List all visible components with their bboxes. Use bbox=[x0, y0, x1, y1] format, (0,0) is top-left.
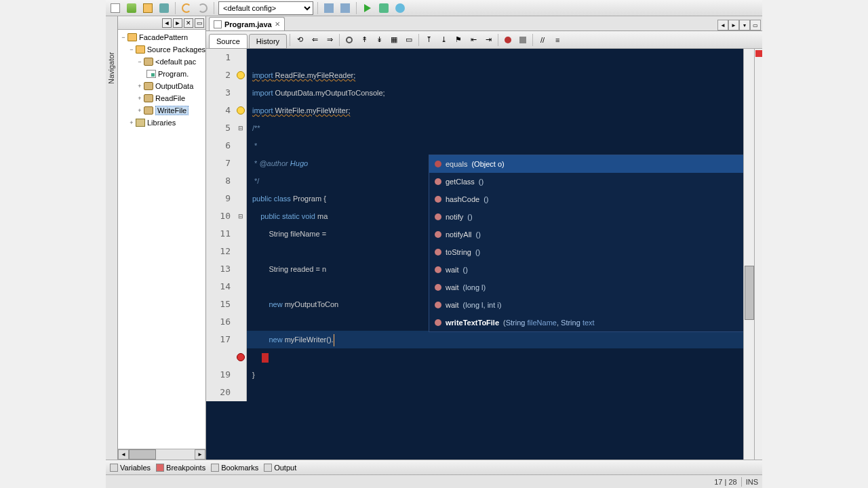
tree-scroll-left-icon[interactable]: ◄ bbox=[162, 18, 172, 28]
autocomplete-item[interactable]: hashCode() bbox=[429, 190, 743, 208]
autocomplete-item[interactable]: getClass() bbox=[429, 173, 743, 190]
new-file-button[interactable] bbox=[108, 1, 122, 15]
autocomplete-item[interactable]: notifyAll() bbox=[429, 226, 743, 243]
editor-sub-toolbar: Source History ⟲ ⇐ ⇒ ↟ ↡ ▦ ▭ ⤒ ⤓ ⚑ ⇤ ⇥ bbox=[206, 31, 762, 49]
tab-maximize-icon[interactable]: ▭ bbox=[750, 20, 761, 30]
main-toolbar: <default config> bbox=[106, 0, 762, 16]
method-bullet-icon bbox=[435, 319, 441, 326]
error-indicator-icon[interactable] bbox=[755, 50, 762, 57]
folder-icon bbox=[136, 45, 145, 54]
package-icon bbox=[144, 58, 153, 66]
autocomplete-item[interactable]: writeTextToFile(String fileName, String … bbox=[429, 314, 743, 331]
tree-default-package[interactable]: −<default pac bbox=[119, 56, 205, 68]
macro-record-button[interactable] bbox=[501, 33, 515, 47]
panel-breakpoints[interactable]: Breakpoints bbox=[156, 464, 205, 472]
variables-icon bbox=[110, 464, 118, 472]
project-tree-panel: ◄ ► ✕ ▭ −FacadePattern −Source Packages … bbox=[118, 16, 206, 460]
autocomplete-item[interactable]: wait() bbox=[429, 261, 743, 279]
bottom-panel-bar: Variables Breakpoints Bookmarks Output bbox=[106, 460, 762, 474]
run-button[interactable] bbox=[361, 1, 374, 15]
navigator-collapsed-tab[interactable]: Navigator bbox=[106, 16, 118, 460]
panel-bookmarks[interactable]: Bookmarks bbox=[211, 464, 258, 472]
method-bullet-icon bbox=[435, 178, 441, 185]
autocomplete-item[interactable]: wait(long l) bbox=[429, 279, 743, 296]
save-all-button[interactable] bbox=[157, 1, 171, 15]
code-editor[interactable]: 1 2import ReadFile.myFileReader; 3import… bbox=[206, 49, 743, 460]
package-icon bbox=[144, 106, 153, 115]
error-stripe[interactable] bbox=[754, 49, 762, 460]
tree-libraries[interactable]: +Libraries bbox=[119, 117, 205, 129]
view-source-tab[interactable]: Source bbox=[209, 34, 248, 49]
tree-readfile-package[interactable]: +ReadFile bbox=[119, 92, 205, 104]
debug-button[interactable] bbox=[377, 1, 391, 15]
tab-nav-left-icon[interactable]: ◄ bbox=[717, 20, 728, 30]
tree-program-file[interactable]: Program. bbox=[119, 68, 205, 80]
tree-outputdata-package[interactable]: +OutputData bbox=[119, 80, 205, 92]
build-button[interactable] bbox=[322, 1, 336, 15]
autocomplete-item[interactable]: notify() bbox=[429, 208, 743, 226]
method-bullet-icon bbox=[435, 249, 441, 256]
tree-min-icon[interactable]: ▭ bbox=[195, 18, 204, 28]
forward-button[interactable]: ⇒ bbox=[323, 33, 336, 47]
next-bookmark-button[interactable]: ⤓ bbox=[437, 33, 450, 47]
scroll-left-icon[interactable]: ◄ bbox=[118, 449, 129, 460]
method-bullet-icon bbox=[435, 214, 441, 220]
tree-hscroll[interactable]: ◄ ► bbox=[118, 449, 205, 460]
editor-tab-program[interactable]: Program.java ✕ bbox=[209, 17, 285, 30]
open-button[interactable] bbox=[141, 1, 155, 15]
method-bullet-icon bbox=[435, 161, 441, 167]
find-button[interactable] bbox=[342, 33, 356, 47]
toggle-highlight-button[interactable]: ▦ bbox=[387, 33, 401, 47]
shift-left-button[interactable]: ⇤ bbox=[467, 33, 480, 47]
toggle-rect-button[interactable]: ▭ bbox=[402, 33, 416, 47]
tree-source-packages[interactable]: −Source Packages bbox=[119, 43, 205, 56]
find-next-button[interactable]: ↡ bbox=[372, 33, 386, 47]
scroll-right-icon[interactable]: ► bbox=[195, 449, 205, 460]
tree-scroll-right-icon[interactable]: ► bbox=[173, 18, 182, 28]
java-file-icon bbox=[146, 70, 156, 78]
project-icon bbox=[127, 33, 137, 41]
bookmarks-icon bbox=[211, 464, 219, 472]
undo-button[interactable] bbox=[180, 1, 193, 15]
method-bullet-icon bbox=[435, 231, 441, 238]
close-icon[interactable]: ✕ bbox=[275, 20, 280, 28]
find-prev-button[interactable]: ↟ bbox=[357, 33, 371, 47]
autocomplete-item[interactable]: equals(Object o) bbox=[429, 155, 743, 173]
tree-root[interactable]: −FacadePattern bbox=[119, 31, 205, 43]
back-button[interactable]: ⇐ bbox=[308, 33, 321, 47]
toggle-bookmark-button[interactable]: ⚑ bbox=[452, 33, 465, 47]
profile-button[interactable] bbox=[393, 1, 407, 15]
shift-right-button[interactable]: ⇥ bbox=[481, 33, 495, 47]
error-glyph-icon[interactable] bbox=[237, 353, 245, 361]
autocomplete-item[interactable]: toString() bbox=[429, 243, 743, 261]
hint-bulb-icon[interactable] bbox=[237, 71, 245, 79]
hint-bulb-icon[interactable] bbox=[237, 106, 245, 115]
prev-bookmark-button[interactable]: ⤒ bbox=[422, 33, 435, 47]
method-bullet-icon bbox=[435, 284, 441, 291]
new-project-button[interactable] bbox=[125, 1, 138, 15]
view-history-tab[interactable]: History bbox=[249, 34, 287, 49]
tree-writefile-package[interactable]: +WriteFile bbox=[119, 104, 205, 117]
editor-tabbar: Program.java ✕ ◄ ► ▾ ▭ bbox=[206, 16, 762, 31]
tab-dropdown-icon[interactable]: ▾ bbox=[739, 20, 750, 30]
java-file-icon bbox=[214, 20, 222, 28]
tab-nav-right-icon[interactable]: ► bbox=[728, 20, 739, 30]
redo-button[interactable] bbox=[196, 1, 210, 15]
output-icon bbox=[264, 464, 272, 472]
tree-close-icon[interactable]: ✕ bbox=[184, 18, 193, 28]
panel-output[interactable]: Output bbox=[264, 464, 296, 472]
run-config-select[interactable]: <default config> bbox=[218, 1, 313, 15]
method-bullet-icon bbox=[435, 196, 441, 203]
insert-mode: INS bbox=[746, 478, 758, 486]
cursor-position: 17 | 28 bbox=[714, 478, 736, 486]
clean-build-button[interactable] bbox=[338, 1, 352, 15]
panel-variables[interactable]: Variables bbox=[110, 464, 151, 472]
comment-button[interactable]: // bbox=[536, 33, 549, 47]
editor-vscroll[interactable] bbox=[743, 49, 754, 460]
package-icon bbox=[144, 94, 153, 102]
uncomment-button[interactable]: ≡ bbox=[551, 33, 564, 47]
last-edit-button[interactable]: ⟲ bbox=[293, 33, 307, 47]
macro-stop-button[interactable] bbox=[516, 33, 530, 47]
autocomplete-popup[interactable]: equals(Object o)getClass()hashCode()noti… bbox=[429, 155, 743, 332]
autocomplete-item[interactable]: wait(long l, int i) bbox=[429, 296, 743, 314]
